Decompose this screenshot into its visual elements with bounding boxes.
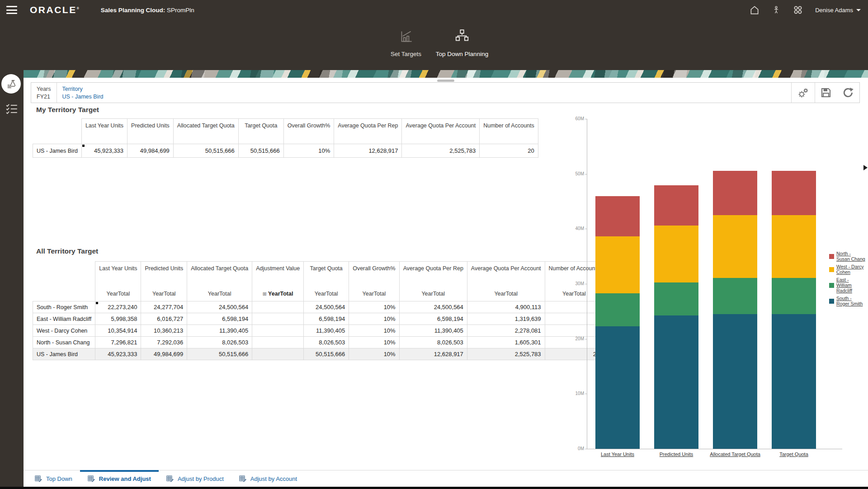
data-cell[interactable]: 4,900,113	[467, 301, 545, 313]
row-header[interactable]: US - James Bird	[33, 348, 95, 360]
data-cell[interactable]: 10%	[349, 313, 399, 325]
row-header[interactable]: South - Roger Smith	[33, 301, 95, 313]
bar-segment[interactable]	[654, 226, 698, 282]
data-cell[interactable]: 6,016,727	[141, 313, 187, 325]
data-cell[interactable]: 2,525,783	[402, 144, 480, 158]
bar-segment[interactable]	[772, 314, 816, 449]
legend-item[interactable]: West - Darcy Cohen	[829, 264, 865, 275]
data-cell[interactable]: 1,605,301	[467, 337, 545, 348]
legend-item[interactable]: North - Susan Chang	[829, 251, 865, 262]
data-cell[interactable]: 10%	[349, 325, 399, 337]
data-cell[interactable]: 10%	[349, 348, 399, 360]
bar-segment[interactable]	[713, 215, 757, 278]
tab-label: Adjust by Account	[250, 475, 297, 482]
sales-planning-launcher-button[interactable]	[1, 74, 21, 94]
data-cell[interactable]: 7,292,036	[141, 337, 187, 348]
row-header[interactable]: West - Darcy Cohen	[33, 325, 95, 337]
data-cell[interactable]: 8,026,503	[304, 337, 349, 348]
bar-segment[interactable]	[713, 314, 757, 449]
data-cell[interactable]: 6,598,194	[399, 313, 467, 325]
bar-segment[interactable]	[654, 185, 698, 226]
data-cell[interactable]: 11,390,405	[187, 325, 252, 337]
academy-person-icon[interactable]	[772, 5, 781, 15]
task-list-button[interactable]	[5, 103, 19, 115]
bar-segment[interactable]	[772, 215, 816, 278]
data-cell[interactable]: 10,360,213	[141, 325, 187, 337]
data-cell[interactable]: 45,923,333	[95, 348, 141, 360]
data-cell[interactable]: 24,500,564	[304, 301, 349, 313]
tab-adjust-by-account[interactable]: Adjust by Account	[231, 470, 305, 487]
category-axis-link[interactable]: Predicted Units	[642, 451, 710, 457]
data-cell[interactable]: 10%	[349, 301, 399, 313]
data-cell[interactable]: 50,515,666	[173, 144, 238, 158]
bar-segment[interactable]	[595, 293, 640, 326]
bar-segment[interactable]	[595, 326, 640, 449]
data-cell[interactable]: 24,500,564	[187, 301, 252, 313]
legend-item[interactable]: East - William Radcliff	[829, 277, 865, 293]
bar-segment[interactable]	[713, 278, 757, 314]
data-cell[interactable]: 50,515,666	[304, 348, 349, 360]
data-cell[interactable]: 11,390,405	[304, 325, 349, 337]
save-button[interactable]	[815, 87, 837, 98]
hamburger-menu-icon[interactable]	[6, 6, 17, 14]
home-icon[interactable]	[749, 5, 760, 15]
data-cell[interactable]: 1,319,639	[467, 313, 545, 325]
data-cell[interactable]: 6,598,194	[187, 313, 252, 325]
row-header[interactable]: East - William Radcliff	[33, 313, 95, 325]
nav-item-top-down-planning[interactable]: Top Down Planning	[424, 24, 500, 57]
data-cell[interactable]: 7,296,821	[95, 337, 141, 348]
subheader-yeartotal: YearTotal	[403, 290, 463, 298]
data-cell[interactable]: 5,998,358	[95, 313, 141, 325]
data-cell[interactable]: 12,628,917	[334, 144, 402, 158]
data-cell[interactable]: 10%	[283, 144, 334, 158]
bar-segment[interactable]	[654, 315, 698, 449]
tab-adjust-by-product[interactable]: Adjust by Product	[159, 470, 231, 487]
data-cell[interactable]: 24,500,564	[399, 301, 467, 313]
data-cell[interactable]: 11,390,405	[399, 325, 467, 337]
bar-segment[interactable]	[595, 236, 640, 293]
pov-dim-territory-link[interactable]: Territory	[62, 86, 104, 92]
data-cell[interactable]: 50,515,666	[238, 144, 283, 158]
refresh-button[interactable]	[837, 87, 859, 99]
pov-member-territory-link[interactable]: US - James Bird	[62, 94, 104, 100]
data-cell[interactable]: 12,628,917	[399, 348, 467, 360]
settings-button[interactable]	[792, 87, 815, 99]
data-cell[interactable]: 2,525,783	[467, 348, 545, 360]
data-cell[interactable]: 49,984,699	[141, 348, 187, 360]
data-cell[interactable]	[252, 337, 304, 348]
data-cell[interactable]: 10,354,914	[95, 325, 141, 337]
category-axis-link[interactable]: Last Year Units	[584, 451, 651, 457]
bar-segment[interactable]	[772, 171, 816, 215]
data-cell[interactable]: 20	[480, 144, 538, 158]
row-header[interactable]: North - Susan Chang	[33, 337, 95, 348]
category-axis-link[interactable]: Allocated Target Quota	[701, 451, 769, 457]
data-cell[interactable]: 50,515,666	[187, 348, 252, 360]
data-cell[interactable]	[252, 301, 304, 313]
splitter-collapse-arrow[interactable]	[863, 165, 868, 170]
data-cell[interactable]: 10%	[349, 337, 399, 348]
expand-icon[interactable]: ⊞	[263, 291, 267, 296]
data-cell[interactable]	[252, 348, 304, 360]
bar-segment[interactable]	[772, 278, 816, 314]
data-cell[interactable]: 49,984,699	[127, 144, 174, 158]
data-cell[interactable]	[252, 313, 304, 325]
data-cell[interactable]: 24,277,704	[141, 301, 187, 313]
data-cell[interactable]	[252, 325, 304, 337]
panel-drag-handle[interactable]	[437, 80, 454, 82]
category-axis-link[interactable]: Target Quota	[760, 451, 828, 457]
data-cell[interactable]: 8,026,503	[187, 337, 252, 348]
user-menu[interactable]: Denise Adams	[815, 7, 861, 14]
data-cell[interactable]: 22,273,240	[95, 301, 141, 313]
data-cell[interactable]: 6,598,194	[304, 313, 349, 325]
bar-segment[interactable]	[713, 171, 757, 215]
data-cell[interactable]: 45,923,333	[82, 144, 127, 158]
data-cell[interactable]: 2,278,081	[467, 325, 545, 337]
bar-segment[interactable]	[595, 196, 640, 236]
data-cell[interactable]: 8,026,503	[399, 337, 467, 348]
tab-review-and-adjust[interactable]: Review and Adjust	[80, 470, 159, 487]
row-header[interactable]: US - James Bird	[33, 144, 82, 158]
legend-item[interactable]: South - Roger Smith	[829, 296, 865, 306]
tab-top-down[interactable]: Top Down	[27, 470, 80, 487]
bar-segment[interactable]	[654, 282, 698, 315]
app-grid-icon[interactable]	[793, 5, 803, 15]
